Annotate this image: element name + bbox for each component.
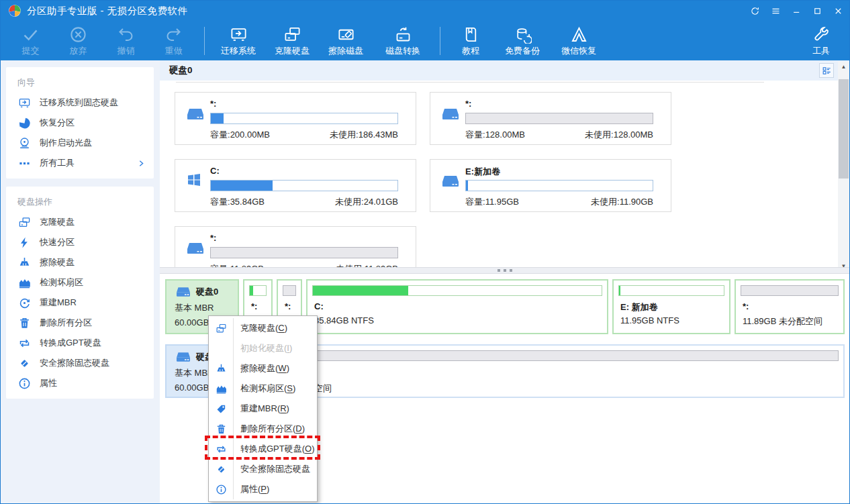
sidebar-item-quick-partition[interactable]: 快速分区 [6, 232, 154, 252]
windows-icon [186, 172, 205, 188]
sidebar-item-migrate-ssd[interactable]: 迁移系统到固态硬盘 [6, 93, 154, 113]
sidebar-item-recover-partition[interactable]: 恢复分区 [6, 113, 154, 133]
sidebar-item-all-tools[interactable]: 所有工具 [6, 153, 154, 173]
sync-icon[interactable] [745, 0, 765, 21]
clone-disk-icon [283, 26, 301, 44]
menu-icon[interactable] [765, 0, 786, 21]
volume-name: E:新加卷 [465, 166, 500, 178]
vertical-scrollbar[interactable]: ▲ ▼ [838, 62, 849, 271]
partition-label: *: [743, 301, 749, 311]
menu-item-convert-gpt[interactable]: 转换成GPT硬盘(O) [209, 439, 317, 459]
usage-bar [312, 285, 602, 296]
migrate-ssd-icon [18, 97, 31, 109]
menu-item-rebuild-mbr[interactable]: 重建MBR(R) [209, 399, 317, 419]
drive-icon [441, 173, 460, 189]
volume-card[interactable]: *: 容量:11.89GB 未使用:11.89GB [175, 226, 416, 267]
partition-block[interactable]: C: 35.84GB NTFS [306, 279, 608, 334]
free-backup-button[interactable]: 免费备份 [494, 22, 551, 60]
wipe-disk-button[interactable]: 擦除磁盘 [319, 22, 373, 60]
convert-gpt-icon [209, 439, 234, 459]
partition-label: E: 新加卷 [620, 301, 658, 313]
commit-button[interactable]: 提交 [7, 22, 54, 60]
volume-cards-area: *: 容量:200.00MB 未使用:186.43MB *: 容量:128.00… [160, 60, 837, 267]
menu-item-properties[interactable]: 属性(P) [209, 479, 317, 499]
usage-bar [741, 285, 839, 296]
ssd-secure-erase-icon [209, 459, 234, 479]
volume-name: *: [210, 99, 216, 109]
sidebar-section-disk-operations: 硬盘操作 克隆硬盘 快速分区 擦除硬盘 检测坏扇区 重建MBR 删除所有分区 转… [6, 187, 154, 399]
sidebar-item-convert-gpt[interactable]: 转换成GPT硬盘 [6, 333, 154, 353]
recover-partition-icon [18, 117, 31, 130]
partition-block[interactable]: *: 11.89GB 未分配空间 [735, 279, 845, 334]
volume-card[interactable]: *: 容量:128.00MB 未使用:128.00MB [430, 92, 671, 145]
disk-convert-icon [394, 26, 412, 44]
partition-block[interactable]: *: 60.00GB 未分配空间 [243, 344, 845, 398]
context-menu: 克隆硬盘(C) 初始化硬盘(I) 擦除硬盘(W) 检测坏扇区(S) 重建MBR(… [208, 315, 318, 502]
quick-partition-icon [18, 236, 31, 249]
sidebar-item-bad-sector-test[interactable]: 检测坏扇区 [6, 272, 154, 293]
volume-card[interactable]: C: 容量:35.84GB 未使用:24.01GB [175, 159, 416, 212]
tutorial-button[interactable]: 教程 [447, 22, 494, 60]
clone-disk-icon [209, 318, 234, 338]
undo-icon [117, 26, 135, 44]
backup-icon [514, 26, 532, 44]
sidebar-item-wipe-disk[interactable]: 擦除硬盘 [6, 252, 154, 272]
toolbar: 提交 放弃 撤销 重做 迁移系统 克隆硬盘 擦除磁盘 磁盘转换 教程 免费备份 … [0, 21, 850, 60]
delete-partitions-icon [18, 317, 31, 330]
unused-text: 未使用:24.01GB [335, 196, 398, 208]
sidebar-item-bootable-media[interactable]: 制作启动光盘 [6, 133, 154, 153]
menu-item-delete-all-partitions[interactable]: 删除所有分区(D) [209, 419, 317, 439]
menu-item-bad-sector-test[interactable]: 检测坏扇区(S) [209, 379, 317, 399]
sidebar-item-delete-all-partitions[interactable]: 删除所有分区 [6, 313, 154, 333]
window-title: 分区助手专业版 - 无损分区免费软件 [27, 5, 187, 17]
clone-disk-button[interactable]: 克隆硬盘 [265, 22, 319, 60]
all-tools-icon [18, 157, 31, 170]
maximize-icon[interactable] [807, 0, 828, 21]
volume-card[interactable]: E:新加卷 容量:11.95GB 未使用:11.90GB [430, 159, 671, 212]
menu-item-ssd-secure-erase[interactable]: 安全擦除固态硬盘 [209, 459, 317, 479]
capacity-text: 容量:200.00MB [210, 129, 270, 141]
capacity-text: 容量:11.95GB [465, 196, 519, 208]
volume-card[interactable]: *: 容量:200.00MB 未使用:186.43MB [175, 92, 416, 145]
sidebar-item-clone-disk[interactable]: 克隆硬盘 [6, 212, 154, 232]
partition-block[interactable]: E: 新加卷 11.95GB NTFS [612, 279, 730, 334]
partition-label: C: [314, 301, 324, 311]
disk-type: 基本 MBR [175, 302, 238, 314]
sidebar-item-ssd-secure-erase[interactable]: 安全擦除固态硬盘 [6, 353, 154, 373]
sidebar-item-rebuild-mbr[interactable]: 重建MBR [6, 293, 154, 313]
wechat-recovery-button[interactable]: 微信恢复 [551, 22, 607, 60]
delete-partitions-icon [209, 419, 234, 439]
redo-button[interactable]: 重做 [150, 22, 197, 60]
toolbar-separator [204, 27, 205, 55]
tools-button[interactable]: 工具 [798, 22, 845, 60]
sidebar-item-properties[interactable]: 属性 [6, 373, 154, 393]
partition-info: 35.84GB NTFS [314, 315, 374, 325]
migrate-system-button[interactable]: 迁移系统 [211, 22, 265, 60]
volume-name: C: [210, 166, 220, 176]
scroll-up-icon[interactable]: ▲ [838, 62, 849, 72]
titlebar: 分区助手专业版 - 无损分区免费软件 [0, 0, 850, 21]
usage-bar [210, 113, 398, 124]
ssd-secure-erase-icon [18, 357, 31, 370]
empty-icon-gutter [209, 338, 234, 358]
menu-item-initialize-disk[interactable]: 初始化硬盘(I) [209, 338, 317, 358]
menu-item-clone-disk[interactable]: 克隆硬盘(C) [209, 318, 317, 338]
scrollbar-thumb[interactable] [839, 79, 849, 179]
minimize-icon[interactable] [786, 0, 807, 21]
bad-sector-icon [209, 379, 234, 399]
disk-convert-button[interactable]: 磁盘转换 [373, 22, 433, 60]
menu-item-wipe-disk[interactable]: 擦除硬盘(W) [209, 358, 317, 379]
unused-text: 未使用:128.00MB [585, 129, 653, 141]
section-title: 向导 [6, 71, 154, 93]
migrate-system-icon [230, 26, 248, 44]
discard-button[interactable]: 放弃 [54, 22, 102, 60]
bad-sector-icon [18, 276, 31, 289]
tools-icon [812, 26, 831, 44]
undo-button[interactable]: 撤销 [102, 22, 150, 60]
disk-name: 硬盘0 [196, 286, 218, 298]
close-icon[interactable] [828, 0, 849, 21]
panel-splitter[interactable] [160, 267, 850, 274]
usage-bar [618, 285, 724, 296]
drive-icon [186, 106, 205, 122]
drive-icon [441, 106, 460, 122]
